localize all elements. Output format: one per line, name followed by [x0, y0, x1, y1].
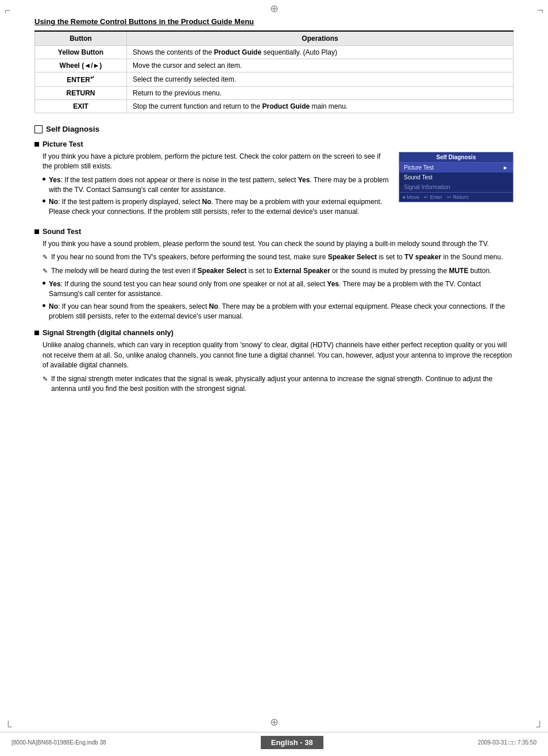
diag-box-footer: ♦ Move ↵ Enter ↩ Return	[399, 192, 513, 202]
footer-file-info: [8000-NA]BN68-01988E-Eng.indb 38	[11, 739, 106, 746]
sound-test-subsection: Sound Test If you think you have a sound…	[34, 228, 514, 321]
table-cell-button: ENTER↵	[35, 72, 127, 87]
diag-item-label: Sound Test	[404, 174, 433, 181]
sound-test-bullets: Yes: If during the sound test you can he…	[43, 279, 514, 321]
bullet-item: Yes: If during the sound test you can he…	[43, 279, 514, 299]
picture-test-body: If you think you have a picture problem,…	[43, 152, 514, 220]
signal-strength-label: Signal Strength (digital channels only)	[43, 329, 173, 337]
note-text: If you hear no sound from the TV's speak…	[51, 252, 503, 262]
table-row: RETURN Return to the previous menu.	[35, 87, 514, 100]
table-cell-op: Move the cursor and select an item.	[127, 59, 514, 72]
table-header-operations: Operations	[127, 31, 514, 46]
table-row: Wheel (◄/►) Move the cursor and select a…	[35, 59, 514, 72]
corner-mark-br: ┘	[536, 721, 543, 733]
bullet-text: Yes: If the test pattern does not appear…	[49, 175, 389, 195]
bullet-dot-icon	[43, 178, 45, 181]
signal-strength-intro: Unlike analog channels, which can vary i…	[43, 340, 514, 370]
table-cell-op: Select the currently selected item.	[127, 72, 514, 87]
diag-item-label: Signal Information	[404, 184, 450, 190]
top-crosshair: ⊕	[270, 2, 279, 15]
diag-box: Self Diagnosis Picture Test ► Sound Test…	[399, 152, 514, 202]
self-diagnosis-section: Self Diagnosis Picture Test If you think…	[34, 125, 514, 394]
note-icon: ✎	[43, 267, 48, 276]
note-icon: ✎	[43, 375, 48, 394]
note-text: If the signal strength meter indicates t…	[51, 374, 514, 394]
self-diagnosis-title: Self Diagnosis	[46, 125, 99, 133]
sound-test-notes: ✎ If you hear no sound from the TV's spe…	[43, 252, 514, 276]
note-icon: ✎	[43, 253, 48, 262]
diag-box-picture-test: Picture Test ►	[399, 163, 513, 172]
table-cell-op: Shows the contents of the Product Guide …	[127, 46, 514, 59]
diag-footer-return: ↩ Return	[447, 194, 469, 200]
page-container: ⌐ ¬ └ ┘ ⊕ ⊕ Using the Remote Control But…	[0, 0, 548, 756]
sound-test-label: Sound Test	[43, 228, 81, 236]
picture-test-subsection: Picture Test If you think you have a pic…	[34, 140, 514, 220]
table-cell-button: Yellow Button	[35, 46, 127, 59]
table-cell-op: Return to the previous menu.	[127, 87, 514, 100]
corner-mark-tl: ⌐	[5, 5, 11, 17]
table-row: ENTER↵ Select the currently selected ite…	[35, 72, 514, 87]
page-footer: [8000-NA]BN68-01988E-Eng.indb 38 English…	[0, 732, 548, 749]
diag-footer-enter: ↵ Enter	[424, 194, 442, 200]
picture-test-intro: If you think you have a picture problem,…	[43, 152, 389, 172]
bullet-item: No: If the test pattern is properly disp…	[43, 197, 389, 217]
picture-test-bullets: Yes: If the test pattern does not appear…	[43, 175, 389, 217]
page-number-box: English - 38	[261, 736, 323, 749]
checkbox-icon	[34, 125, 43, 133]
bullet-dot-icon	[43, 282, 45, 285]
corner-mark-bl: └	[5, 721, 12, 733]
diag-footer-move: ♦ Move	[403, 194, 419, 200]
bullet-dot-icon	[43, 304, 45, 307]
picture-test-label: Picture Test	[43, 140, 83, 148]
table-cell-op: Stop the current function and return to …	[127, 100, 514, 113]
diag-item-label: Picture Test	[404, 164, 434, 171]
bullet-dot-icon	[43, 199, 45, 202]
signal-strength-body: Unlike analog channels, which can vary i…	[43, 340, 514, 394]
signal-strength-subsection: Signal Strength (digital channels only) …	[34, 329, 514, 394]
bullet-item: Yes: If the test pattern does not appear…	[43, 175, 389, 195]
table-row: Yellow Button Shows the contents of the …	[35, 46, 514, 59]
footer-date-info: 2009-03-31 □□ 7:35:50	[478, 739, 537, 746]
signal-strength-title: Signal Strength (digital channels only)	[34, 329, 514, 337]
diag-box-title: Self Diagnosis	[399, 152, 513, 163]
picture-test-text: If you think you have a picture problem,…	[43, 152, 389, 220]
table-cell-button: RETURN	[35, 87, 127, 100]
picture-test-row: If you think you have a picture problem,…	[43, 152, 514, 220]
note-item: ✎ If the signal strength meter indicates…	[43, 374, 514, 394]
diag-box-signal-info: Signal Information	[399, 182, 513, 192]
table-header-button: Button	[35, 31, 127, 46]
bottom-crosshair: ⊕	[270, 716, 279, 728]
note-item: ✎ The melody will be heard during the te…	[43, 266, 514, 276]
sound-test-intro: If you think you have a sound problem, p…	[43, 239, 514, 249]
bullet-text: No: If the test pattern is properly disp…	[49, 197, 389, 217]
note-text: The melody will be heard during the test…	[51, 266, 491, 276]
sound-test-body: If you think you have a sound problem, p…	[43, 239, 514, 321]
diag-arrow-icon: ►	[503, 164, 508, 171]
bullet-item: No: If you can hear sound from the speak…	[43, 302, 514, 321]
table-cell-button: EXIT	[35, 100, 127, 113]
square-bullet-icon	[34, 331, 39, 335]
corner-mark-tr: ¬	[537, 5, 543, 17]
square-bullet-icon	[34, 229, 39, 234]
note-item: ✎ If you hear no sound from the TV's spe…	[43, 252, 514, 262]
bullet-text: Yes: If during the sound test you can he…	[49, 279, 514, 299]
self-diagnosis-header: Self Diagnosis	[34, 125, 514, 133]
guide-table: Button Operations Yellow Button Shows th…	[34, 30, 514, 113]
diag-box-sound-test: Sound Test	[399, 172, 513, 182]
picture-test-title: Picture Test	[34, 140, 514, 148]
section-title: Using the Remote Control Buttons in the …	[34, 17, 514, 26]
square-bullet-icon	[34, 142, 39, 147]
sound-test-title: Sound Test	[34, 228, 514, 236]
table-cell-button: Wheel (◄/►)	[35, 59, 127, 72]
bullet-text: No: If you can hear sound from the speak…	[49, 302, 514, 321]
table-row: EXIT Stop the current function and retur…	[35, 100, 514, 113]
signal-strength-notes: ✎ If the signal strength meter indicates…	[43, 374, 514, 394]
